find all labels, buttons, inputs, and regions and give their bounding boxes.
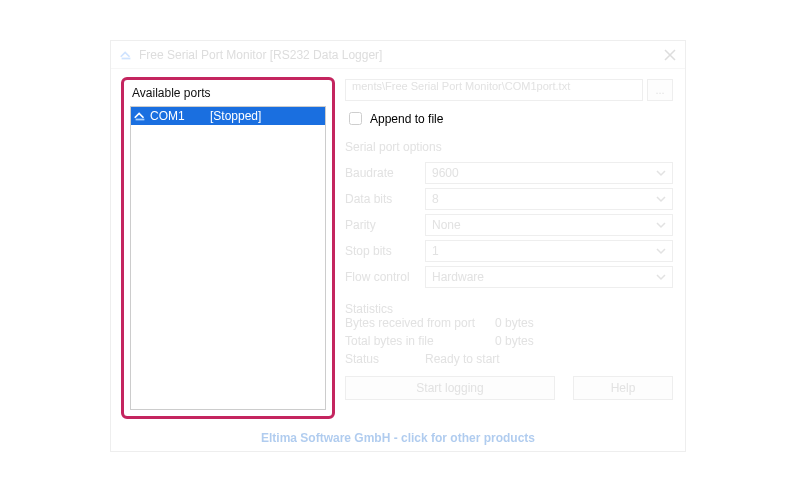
databits-value: 8 [432,192,439,206]
parity-select[interactable]: None [425,214,673,236]
statistics-label: Statistics [345,302,673,316]
baudrate-select[interactable]: 9600 [425,162,673,184]
chevron-down-icon [656,220,666,230]
window-title: Free Serial Port Monitor [RS232 Data Log… [139,48,663,62]
available-ports-label: Available ports [124,80,332,104]
port-row[interactable]: COM1 [Stopped] [131,107,325,125]
databits-label: Data bits [345,192,417,206]
stopbits-label: Stop bits [345,244,417,258]
available-ports-panel: Available ports COM1 [Stopped] [123,79,333,417]
append-to-file-label: Append to file [370,112,443,126]
help-button[interactable]: Help [573,376,673,400]
port-status: [Stopped] [210,109,261,123]
chevron-down-icon [656,246,666,256]
bytes-from-port-value: 0 bytes [495,316,534,334]
ports-listbox[interactable]: COM1 [Stopped] [130,106,326,410]
parity-value: None [432,218,461,232]
databits-select[interactable]: 8 [425,188,673,210]
stopbits-value: 1 [432,244,439,258]
append-to-file-checkbox[interactable] [349,112,362,125]
flowcontrol-select[interactable]: Hardware [425,266,673,288]
svg-rect-1 [136,119,145,121]
bytes-from-port-label: Bytes received from port [345,316,495,334]
status-value: Ready to start [425,352,500,370]
titlebar: Free Serial Port Monitor [RS232 Data Log… [111,41,685,69]
settings-area: ments\Free Serial Port Monitor\COM1port.… [345,79,673,400]
client-area: Available ports COM1 [Stopped] ments\Fre… [111,69,685,451]
svg-rect-0 [122,57,131,59]
baudrate-label: Baudrate [345,166,417,180]
app-window: Free Serial Port Monitor [RS232 Data Log… [110,40,686,452]
status-label: Status [345,352,425,370]
baudrate-value: 9600 [432,166,459,180]
flowcontrol-label: Flow control [345,270,417,284]
log-file-path-input[interactable]: ments\Free Serial Port Monitor\COM1port.… [345,79,643,101]
bytes-in-file-label: Total bytes in file [345,334,495,352]
browse-button[interactable]: ... [647,79,673,101]
start-logging-button[interactable]: Start logging [345,376,555,400]
chevron-down-icon [656,194,666,204]
bytes-in-file-value: 0 bytes [495,334,534,352]
serial-port-icon [133,109,147,123]
close-icon[interactable] [663,48,677,62]
serial-options-label: Serial port options [345,140,673,154]
parity-label: Parity [345,218,417,232]
chevron-down-icon [656,272,666,282]
vendor-link[interactable]: Eltima Software GmbH - click for other p… [111,431,685,445]
chevron-down-icon [656,168,666,178]
port-name: COM1 [150,109,210,123]
app-icon [119,48,133,62]
flowcontrol-value: Hardware [432,270,484,284]
stopbits-select[interactable]: 1 [425,240,673,262]
